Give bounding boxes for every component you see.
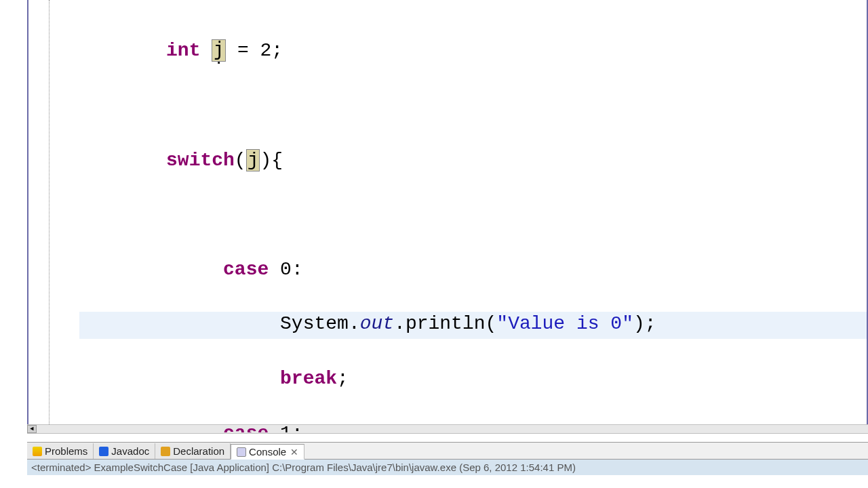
tab-label: Javadoc (111, 445, 149, 457)
tab-label: Declaration (173, 445, 224, 457)
tab-declaration[interactable]: Declaration (155, 443, 231, 459)
keyword-break: break (280, 368, 337, 389)
keyword-switch: switch (166, 150, 235, 171)
bottom-panel: Problems Javadoc Declaration Console ✕ <… (27, 442, 868, 488)
string-literal: "Value is 0" (496, 313, 633, 334)
console-icon (237, 447, 246, 457)
var-j-highlight: j (246, 149, 260, 171)
field-out: out (360, 313, 394, 334)
views-tab-bar: Problems Javadoc Declaration Console ✕ (27, 443, 868, 460)
tab-label: Problems (45, 445, 87, 457)
javadoc-icon (99, 447, 108, 456)
tab-javadoc[interactable]: Javadoc (94, 443, 155, 459)
code-line-blank[interactable] (52, 92, 867, 119)
code-line[interactable]: switch(j){ (52, 147, 867, 174)
problems-icon (33, 447, 42, 456)
decl-rest: = 2; (226, 40, 283, 61)
tab-label: Console (249, 446, 286, 458)
code-line[interactable]: System.out.println("Value is 0"); (52, 310, 867, 338)
code-line[interactable]: case 1: (52, 420, 867, 434)
code-editor[interactable]: int j̣ = 2; switch(j){ case 0: System.ou… (27, 0, 868, 434)
keyword-case: case (223, 423, 269, 434)
keyword-case: case (223, 259, 269, 280)
code-line[interactable]: break; (52, 365, 867, 392)
code-area[interactable]: int j̣ = 2; switch(j){ case 0: System.ou… (28, 0, 867, 434)
var-j-highlight: j̣ (212, 39, 226, 62)
code-line-blank[interactable] (52, 201, 867, 228)
declaration-icon (161, 447, 170, 456)
code-line[interactable]: int j̣ = 2; (52, 37, 867, 64)
tab-console[interactable]: Console ✕ (231, 444, 304, 460)
console-status-line: <terminated> ExampleSwitchCase [Java App… (27, 460, 868, 475)
tab-problems[interactable]: Problems (27, 443, 94, 459)
scroll-left-button[interactable]: ◄ (27, 425, 37, 433)
keyword-int: int (166, 40, 200, 61)
code-line[interactable]: case 0: (52, 256, 867, 283)
close-icon[interactable]: ✕ (290, 447, 298, 458)
